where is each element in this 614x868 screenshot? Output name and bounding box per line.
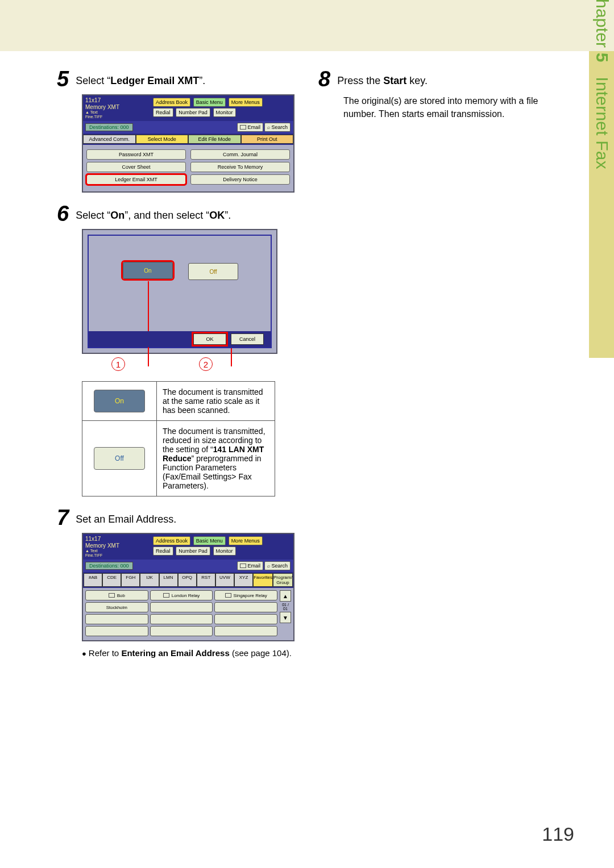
entry-e5[interactable] [214,602,277,612]
step5-text: Select “Ledger Email XMT”. [76,74,205,87]
entry-e9[interactable] [85,626,148,636]
btn-cover-sheet[interactable]: Cover Sheet [86,162,186,172]
entry-e4[interactable] [150,602,213,612]
tbl-on-desc: The document is transmitted at the same … [157,382,275,421]
btn-redial[interactable]: Redial [153,108,173,117]
s3-mem: Memory XMT [85,542,148,549]
mail-icon [240,125,246,130]
mail-icon [240,564,246,568]
s3-dest: Destinations: 000 [85,562,133,570]
scroll-up[interactable]: ▲ [280,590,291,602]
step8-text: Press the Start key. [337,74,428,87]
s1-text: ▲ Text [85,110,148,115]
mail-icon [163,593,169,598]
btn-monitor[interactable]: Monitor [213,108,236,117]
s1-size: 11x17 [85,97,148,104]
abt-4[interactable]: LMN [159,573,178,587]
entry-e10[interactable] [150,626,213,636]
tbl-off-desc: The document is transmitted, reduced in … [157,421,275,496]
s3-search[interactable]: ⌕ Search [264,561,291,570]
entry-e8[interactable] [214,614,277,624]
step6-number: 6 [57,203,69,224]
abt-0[interactable]: #AB [84,573,102,587]
abt-fav[interactable]: Favorites [253,573,273,587]
entry-singapore[interactable]: Singapore Relay [214,590,277,600]
abt-8[interactable]: XYZ [234,573,253,587]
screenshot-on-off: On Off OK Cancel [82,229,277,354]
btn-search[interactable]: ⌕ Search [264,123,291,132]
abt-2[interactable]: FGH [121,573,140,587]
s3-redial[interactable]: Redial [153,546,173,556]
tab-adv-comm[interactable]: Advanced Comm. [83,135,136,144]
abt-6[interactable]: RST [197,573,215,587]
s3-size: 11x17 [85,536,148,542]
btn-delivery-notice[interactable]: Delivery Notice [190,174,290,185]
s3-number-pad[interactable]: Number Pad [176,546,210,556]
s3-basic-menu[interactable]: Basic Menu [193,536,226,545]
btn-more-menus[interactable]: More Menus [229,98,263,107]
btn-cancel[interactable]: Cancel [231,333,264,345]
entry-e11[interactable] [214,626,277,636]
callout-1: 1 [111,357,125,371]
tab-select-mode[interactable]: Select Mode [136,135,189,144]
entry-bob[interactable]: Bob [85,590,148,600]
btn-password-xmt[interactable]: Password XMT [86,149,186,160]
tbl-off: Off [94,447,145,470]
mail-icon [109,593,115,598]
step8-number: 8 [318,68,330,90]
entry-e6[interactable] [85,614,148,624]
btn-comm-journal[interactable]: Comm. Journal [190,149,290,160]
step7-text: Set an Email Address. [76,512,176,526]
s1-fine: Fine.TIFF [85,115,148,119]
abt-1[interactable]: CDE [102,573,121,587]
btn-email[interactable]: Email [237,123,263,132]
entry-stockholm[interactable]: Stockholm [85,602,148,612]
s3-more-menus[interactable]: More Menus [229,536,263,545]
step5-number: 5 [57,68,69,90]
btn-ledger-email-xmt[interactable]: Ledger Email XMT [86,174,186,185]
mail-icon [225,593,231,598]
entry-london[interactable]: London Relay [150,590,213,600]
tab-print-out[interactable]: Print Out [241,135,294,144]
callout-line-1 [148,281,149,366]
step7-ref: ●Refer to Entering an Email Address (see… [82,648,296,658]
opt-off[interactable]: Off [188,263,238,280]
btn-number-pad[interactable]: Number Pad [176,108,210,117]
step6-text: Select “On”, and then select “OK”. [76,208,231,222]
on-off-table: On The document is transmitted at the sa… [82,381,275,496]
entry-e7[interactable] [150,614,213,624]
abt-prog[interactable]: Program/ Group [273,573,293,587]
s3-address-book[interactable]: Address Book [153,536,190,545]
step7-number: 7 [57,507,69,528]
screenshot-email-addr: 11x17 Memory XMT ▲ Text Fine.TIFF Addres… [82,533,294,641]
page-indicator: 01 / 01 [280,603,291,611]
dest-count: Destinations: 000 [85,123,133,131]
btn-receive-memory[interactable]: Receive To Memory [190,162,290,172]
page-number: 119 [542,823,574,845]
scroll-down[interactable]: ▼ [280,612,291,623]
opt-on[interactable]: On [123,262,173,279]
tab-edit-file[interactable]: Edit File Mode [188,135,241,144]
s3-email[interactable]: Email [237,561,263,570]
abt-7[interactable]: UVW [215,573,234,587]
callout-line-2 [231,348,232,366]
btn-ok[interactable]: OK [193,333,226,345]
abt-5[interactable]: OPQ [178,573,197,587]
abt-3[interactable]: IJK [140,573,159,587]
btn-basic-menu[interactable]: Basic Menu [193,98,226,107]
chapter-side-label: Chapter 5 Internet Fax [592,0,612,169]
screenshot-ledger-xmt: 11x17 Memory XMT ▲ Text Fine.TIFF Addres… [82,94,294,193]
btn-address-book[interactable]: Address Book [153,98,190,107]
callout-2: 2 [199,357,213,371]
tbl-on: On [94,390,145,412]
step8-body: The original(s) are stored into memory w… [343,94,557,120]
s3-monitor[interactable]: Monitor [213,546,236,556]
s1-mem: Memory XMT [85,104,148,111]
